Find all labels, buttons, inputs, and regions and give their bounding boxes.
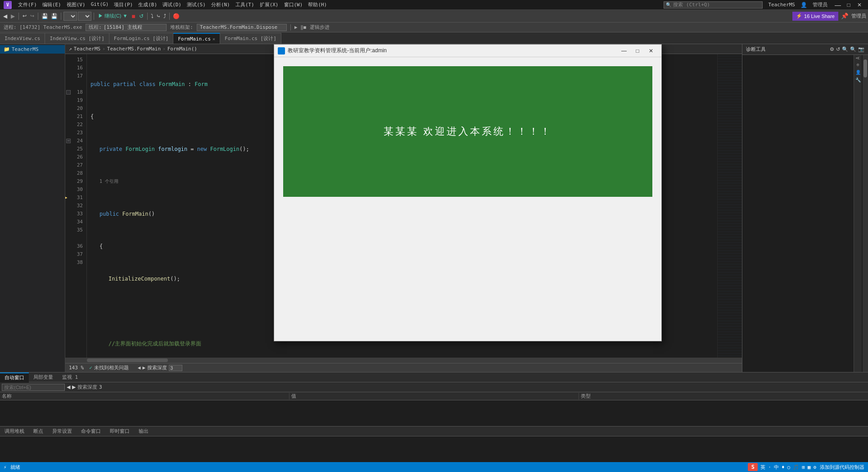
solution-explorer: 📁 TeacherMS bbox=[0, 44, 65, 372]
search-prev-btn[interactable]: ◀ bbox=[67, 384, 70, 390]
tab-command[interactable]: 命令窗口 bbox=[77, 427, 105, 436]
right-panel-icon-2[interactable]: ⊕ bbox=[856, 62, 859, 67]
diag-zoom-out[interactable]: 🔍 bbox=[850, 46, 856, 52]
right-panel-icon-3[interactable]: 👤 bbox=[855, 70, 861, 75]
ime-zh[interactable]: 中 bbox=[774, 464, 779, 471]
breakpoint-indicator: • bbox=[65, 170, 69, 177]
tab-breakpoints[interactable]: 断点 bbox=[29, 427, 48, 436]
diag-settings-btn[interactable]: ⚙ bbox=[830, 46, 834, 52]
diag-screenshot[interactable]: 📷 bbox=[858, 46, 864, 52]
right-edge-scrollbar[interactable] bbox=[863, 55, 868, 372]
breadcrumb-project[interactable]: TeacherMS bbox=[74, 46, 101, 52]
maximize-button[interactable]: □ bbox=[844, 1, 854, 9]
platform-dropdown[interactable]: Any CPU bbox=[78, 12, 91, 21]
menu-extensions[interactable]: 扩展(X) bbox=[257, 0, 281, 9]
thread-value: [15184] 主线程 bbox=[104, 24, 142, 31]
editor-hscrollbar[interactable] bbox=[65, 358, 742, 363]
live-share-button[interactable]: ⚡ 16 Live Share bbox=[792, 12, 838, 21]
toolbar-back[interactable]: ◀ bbox=[2, 13, 9, 19]
ime-grid2[interactable]: ▦ bbox=[808, 464, 811, 470]
right-panel-icon-1[interactable]: A bbox=[855, 57, 860, 59]
tab-formlogin-design[interactable]: FormLogin.cs [设计] bbox=[109, 33, 173, 44]
tab-indexview-design[interactable]: IndexView.cs [设计] bbox=[45, 33, 109, 44]
menu-bar: 文件(F) 编辑(E) 视图(V) Git(G) 项目(P) 生成(B) 调试(… bbox=[15, 0, 330, 9]
tab-output[interactable]: 输出 bbox=[134, 427, 153, 436]
menu-window[interactable]: 窗口(W) bbox=[281, 0, 306, 9]
menu-file[interactable]: 文件(F) bbox=[15, 0, 40, 9]
toolbar-save[interactable]: 💾 bbox=[41, 13, 49, 19]
search-depth-input[interactable] bbox=[169, 365, 182, 371]
vs-logo: V bbox=[4, 1, 12, 9]
menu-debug[interactable]: 调试(D) bbox=[160, 0, 184, 9]
tab-indexview[interactable]: IndexView.cs bbox=[0, 33, 45, 44]
app-maximize-btn[interactable]: □ bbox=[631, 46, 644, 55]
app-welcome-text: 某某某 欢迎进入本系统！！！！ bbox=[384, 125, 552, 138]
minimize-button[interactable]: — bbox=[833, 1, 843, 9]
app-window-titlebar: 教研室教学资料管理系统-当前用户:admin — □ ✕ bbox=[274, 45, 661, 57]
tab-formmain[interactable]: FormMain.cs ✕ bbox=[173, 33, 220, 44]
menu-help[interactable]: 帮助(H) bbox=[305, 0, 330, 9]
run-button[interactable]: ▶ 继续(C) ▼ bbox=[96, 13, 129, 19]
status-ready: 就绪 bbox=[10, 464, 20, 471]
zoom-level: 143 % bbox=[69, 365, 84, 371]
toolbar-save-all[interactable]: 💾 bbox=[50, 13, 59, 19]
app-minimize-btn[interactable]: — bbox=[617, 46, 631, 55]
tab-formmain-design[interactable]: FormMain.cs [设计] bbox=[220, 33, 281, 44]
search-depth-label: 搜索深度 bbox=[77, 384, 97, 390]
menu-build[interactable]: 生成(B) bbox=[136, 0, 160, 9]
debug-config-dropdown[interactable]: Debug bbox=[63, 12, 77, 21]
ime-en[interactable]: 英 bbox=[760, 464, 765, 471]
tab-immediate[interactable]: 即时窗口 bbox=[105, 427, 134, 436]
source-control-label[interactable]: 添加到源代码控制器 bbox=[820, 464, 864, 471]
diagnostics-panel: 诊断工具 ⚙ ↺ 🔍 🔍 📷 A bbox=[742, 44, 868, 372]
menu-edit[interactable]: 编辑(E) bbox=[40, 0, 64, 9]
breadcrumb-method[interactable]: FormMain() bbox=[167, 46, 197, 52]
menu-git[interactable]: Git(G) bbox=[88, 0, 112, 9]
solution-item-teacherms[interactable]: 📁 TeacherMS bbox=[0, 45, 65, 54]
tab-watch[interactable]: 监视 1 bbox=[58, 372, 82, 382]
tab-auto-window[interactable]: 自动窗口 bbox=[0, 372, 29, 382]
pin-btn[interactable]: 📌 bbox=[841, 13, 849, 19]
app-close-btn[interactable]: ✕ bbox=[644, 46, 658, 55]
diag-zoom-in[interactable]: 🔍 bbox=[842, 46, 848, 52]
status-icon: ✓ bbox=[89, 365, 92, 371]
tab-callstack[interactable]: 调用堆栈 bbox=[0, 427, 29, 436]
right-panel-icon-4[interactable]: 🔧 bbox=[855, 77, 861, 82]
auto-search-input[interactable] bbox=[2, 384, 65, 391]
toolbar-undo[interactable]: ↩ bbox=[21, 13, 28, 19]
step-over[interactable]: ⤵ bbox=[150, 13, 154, 19]
ime-logo: S bbox=[748, 463, 758, 471]
menu-analyze[interactable]: 分析(N) bbox=[208, 0, 233, 9]
live-share-icon: ⚡ bbox=[796, 13, 802, 19]
menu-tools[interactable]: 工具(T) bbox=[233, 0, 257, 9]
tab-exceptions[interactable]: 异常设置 bbox=[48, 427, 77, 436]
close-button[interactable]: ✕ bbox=[854, 1, 864, 9]
search-depth-value: 3 bbox=[99, 384, 102, 390]
menu-test[interactable]: 测试(S) bbox=[184, 0, 208, 9]
stop-button[interactable]: ■ bbox=[130, 13, 136, 20]
toolbar-redo[interactable]: ↪ bbox=[29, 13, 36, 19]
diag-refresh-btn[interactable]: ↺ bbox=[836, 46, 840, 52]
step-in[interactable]: ⤷ bbox=[155, 13, 162, 19]
tab-close-formmain[interactable]: ✕ bbox=[212, 36, 215, 41]
auto-table-header: 名称 值 类型 bbox=[0, 392, 868, 400]
menu-project[interactable]: 项目(P) bbox=[111, 0, 136, 9]
toolbar-forward[interactable]: ▶ bbox=[9, 13, 16, 19]
ime-settings[interactable]: ⚙ bbox=[813, 464, 816, 470]
ime-grid1[interactable]: ⊞ bbox=[802, 464, 805, 470]
restart-button[interactable]: ↺ bbox=[138, 13, 145, 19]
ime-circle[interactable]: ○ bbox=[787, 464, 791, 470]
app-window: 教研室教学资料管理系统-当前用户:admin — □ ✕ 某某某 欢迎进入本系统… bbox=[274, 44, 662, 341]
breadcrumb-file[interactable]: TeacherMS.FormMain bbox=[107, 46, 161, 52]
app-icon bbox=[278, 47, 285, 54]
step-out[interactable]: ⤴ bbox=[163, 13, 167, 19]
process-bar: 进程: [14732] TeacherMS.exe 线程: [15184] 主线… bbox=[0, 23, 868, 32]
menu-view[interactable]: 视图(V) bbox=[64, 0, 88, 9]
search-box[interactable]: 🔍 搜索 (Ctrl+Q) bbox=[664, 1, 763, 9]
breakpoint-btn[interactable]: 🔴 bbox=[172, 13, 181, 19]
search-next-btn[interactable]: ▶ bbox=[72, 384, 76, 390]
tab-locals[interactable]: 局部变量 bbox=[29, 372, 58, 382]
ime-sound[interactable]: 🎵 bbox=[793, 464, 799, 470]
search-label: 搜索深度 bbox=[147, 364, 167, 371]
title-bar: V 文件(F) 编辑(E) 视图(V) Git(G) 项目(P) 生成(B) 调… bbox=[0, 0, 868, 10]
